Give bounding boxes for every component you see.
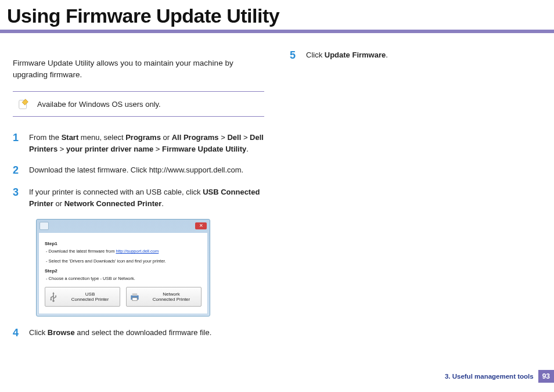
- close-icon[interactable]: ✕: [195, 222, 207, 229]
- step-text: Click Browse and select the downloaded f…: [29, 327, 211, 340]
- step-text: Download the latest firmware. Click http…: [29, 164, 243, 177]
- printer-icon: [129, 291, 141, 303]
- note-text: Availabe for Windows OS users only.: [37, 100, 161, 109]
- button-label: Network Connected Printer: [144, 292, 199, 303]
- intro-text: Firmware Update Utility allows you to ma…: [13, 57, 264, 81]
- usb-connected-printer-button[interactable]: USB Connected Printer: [45, 287, 120, 307]
- page-title: Using Firmware Update Utility: [7, 5, 554, 27]
- step-number: 5: [290, 49, 306, 62]
- dialog-line: - Select the 'Drivers and Downloads' ico…: [46, 258, 202, 264]
- svg-rect-2: [132, 293, 137, 296]
- dialog-button-row: USB Connected Printer Network Connected …: [45, 287, 202, 307]
- network-connected-printer-button[interactable]: Network Connected Printer: [126, 287, 202, 307]
- dialog-window: ✕ Step1 - Download the latest firmware f…: [36, 219, 210, 317]
- step-text: Click Update Firmware.: [306, 49, 388, 62]
- usb-icon: [48, 291, 59, 303]
- dialog-sys-icon: [39, 222, 49, 230]
- step-4: 4 Click Browse and select the downloaded…: [13, 327, 264, 340]
- button-label: USB Connected Printer: [63, 292, 117, 303]
- page-number: 93: [538, 370, 554, 383]
- step-1: 1 From the Start menu, select Programs o…: [13, 132, 264, 155]
- dialog-link[interactable]: http://support.dell.com: [116, 249, 159, 254]
- page-footer: 3. Useful management tools 93: [445, 370, 554, 383]
- step-2: 2 Download the latest firmware. Click ht…: [13, 164, 264, 177]
- note-icon: [17, 98, 30, 110]
- step-text: If your printer is connected with an USB…: [29, 186, 264, 210]
- dialog-body: Step1 - Download the latest firmware fro…: [38, 232, 208, 314]
- title-underline: [0, 30, 554, 33]
- dialog-step1-label: Step1: [45, 241, 202, 246]
- step-number: 3: [13, 186, 29, 210]
- dialog-line: - Choose a connection type - USB or Netw…: [46, 276, 202, 281]
- step-5: 5 Click Update Firmware.: [290, 49, 541, 62]
- svg-rect-3: [132, 298, 137, 301]
- step-text: From the Start menu, select Programs or …: [29, 132, 264, 155]
- dialog-line: - Download the latest firmware from http…: [46, 249, 202, 254]
- note-box: Availabe for Windows OS users only.: [13, 91, 264, 117]
- step-number: 2: [13, 164, 29, 177]
- dialog-step2-label: Step2: [45, 268, 202, 274]
- dialog-titlebar: ✕: [38, 221, 208, 232]
- left-column: Firmware Update Utility allows you to ma…: [13, 49, 264, 349]
- step-number: 1: [13, 132, 29, 155]
- dialog-screenshot: ✕ Step1 - Download the latest firmware f…: [36, 219, 210, 317]
- chapter-label: 3. Useful management tools: [445, 373, 534, 380]
- content-area: Firmware Update Utility allows you to ma…: [0, 49, 554, 349]
- step-3: 3 If your printer is connected with an U…: [13, 186, 264, 210]
- right-column: 5 Click Update Firmware.: [290, 49, 541, 349]
- step-number: 4: [13, 327, 29, 340]
